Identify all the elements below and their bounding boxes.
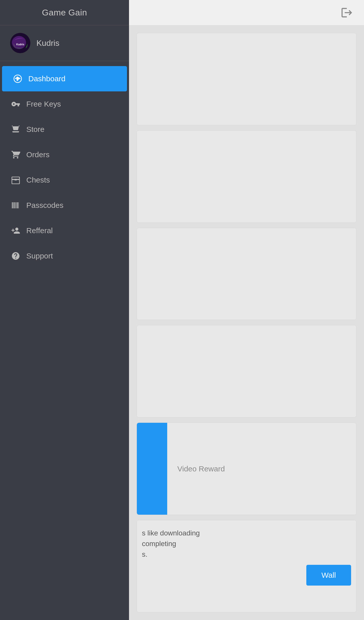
sidebar-item-free-keys[interactable]: Free Keys [0,91,129,117]
video-reward-blue-bar [137,423,167,515]
sidebar-item-refferal-label: Refferal [26,226,53,235]
content-card-4 [137,325,356,417]
sidebar-item-orders-label: Orders [26,150,50,159]
user-profile: Kudris Kudris [0,25,129,61]
sidebar-item-refferal[interactable]: Refferal [0,218,129,243]
sidebar-item-support[interactable]: Support [0,243,129,269]
sidebar-item-support-label: Support [26,252,53,260]
sidebar-item-orders[interactable]: Orders [0,142,129,167]
svg-point-4 [17,78,19,80]
sidebar-item-store-label: Store [26,125,45,134]
sidebar-item-dashboard[interactable]: Dashboard [2,66,127,91]
username-label: Kudris [36,38,59,48]
person-add-icon [10,225,21,236]
sidebar-item-chests-label: Chests [26,176,50,184]
sidebar-item-passcodes-label: Passcodes [26,201,63,210]
offerwall-card: s like downloadingcompletings. Wall [137,520,356,612]
cart-icon [10,149,21,160]
sidebar-item-free-keys-label: Free Keys [26,100,61,108]
main-header [129,0,364,25]
avatar: Kudris [10,33,30,53]
sidebar: Game Gain Kudris Kudris [0,0,129,620]
offerwall-button[interactable]: Wall [306,565,351,586]
app-title: Game Gain [42,8,87,17]
svg-point-1 [12,36,26,49]
svg-text:Kudris: Kudris [16,43,24,46]
sidebar-header: Game Gain [0,0,129,25]
content-card-2 [137,130,356,223]
store-icon [10,124,21,135]
offerwall-description: s like downloadingcompletings. [142,525,200,562]
content-area: Video Reward s like downloadingcompletin… [129,25,364,620]
main-content: Video Reward s like downloadingcompletin… [129,0,364,620]
sidebar-item-chests[interactable]: Chests [0,167,129,193]
sidebar-item-dashboard-label: Dashboard [28,74,66,83]
avatar-image: Kudris [10,33,30,53]
sidebar-item-passcodes[interactable]: Passcodes [0,193,129,218]
content-card-1 [137,33,356,125]
dashboard-icon [12,73,23,84]
barcode-icon [10,200,21,211]
nav-menu: Dashboard Free Keys Store [0,61,129,620]
sidebar-item-store[interactable]: Store [0,117,129,142]
support-icon [10,250,21,262]
svg-rect-5 [12,131,19,132]
chest-icon [10,174,21,186]
key-icon [10,98,21,110]
svg-rect-8 [15,179,17,181]
video-reward-label: Video Reward [177,465,225,473]
logout-button[interactable] [340,6,354,20]
content-card-3 [137,228,356,320]
video-reward-card: Video Reward [137,423,356,515]
